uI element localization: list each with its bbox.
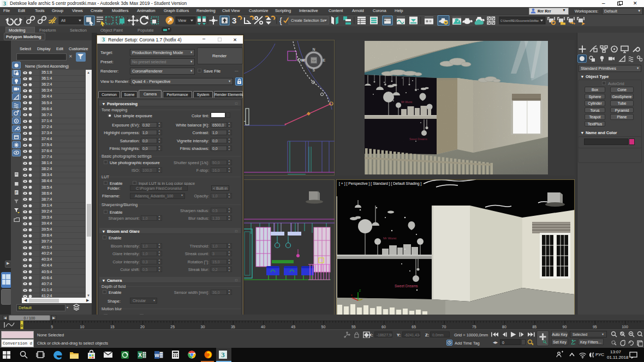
svg-text:S: S (313, 68, 315, 72)
svg-text:TOP: TOP (312, 60, 316, 62)
svg-text:60: 60 (381, 325, 386, 329)
svg-text:85: 85 (532, 325, 536, 329)
svg-text:70: 70 (442, 325, 446, 329)
svg-text:Mr Wurst: Mr Wurst (383, 237, 397, 240)
svg-text:100: 100 (622, 325, 628, 329)
svg-text:3: 3 (102, 37, 105, 43)
svg-text:E: E (323, 58, 326, 62)
svg-text:90: 90 (563, 325, 567, 329)
svg-text:F: F (15, 191, 17, 195)
svg-text:W: W (301, 58, 305, 63)
svg-text:45: 45 (291, 325, 295, 329)
svg-text:Create Selection Se: Create Selection Se (291, 19, 325, 22)
svg-text:X: X (138, 352, 142, 358)
svg-text:[ + ] [ Perspective ] [ Standa: [ + ] [ Perspective ] [ Standard ] [ Def… (339, 182, 421, 186)
svg-text:N: N (313, 47, 315, 51)
svg-text:50: 50 (321, 325, 326, 329)
svg-text:3: 3 (232, 16, 236, 25)
svg-text:95: 95 (593, 325, 597, 329)
svg-text:+: + (573, 22, 575, 26)
svg-text:C:\Users\REU\Documents\3dsMax: C:\Users\REU\Documents\3dsMax (500, 19, 539, 22)
svg-text:35: 35 (231, 325, 235, 329)
svg-text:Z: Z (359, 289, 361, 292)
svg-text:3: 3 (3, 1, 6, 7)
svg-text:3: 3 (221, 351, 225, 359)
svg-text:75: 75 (472, 325, 476, 329)
svg-text:55: 55 (351, 325, 356, 329)
svg-text:{: { (279, 16, 282, 25)
svg-text:View: View (178, 19, 187, 22)
svg-text:5: 5 (51, 325, 53, 329)
svg-text:20: 20 (140, 325, 145, 329)
svg-text:80: 80 (502, 325, 506, 329)
svg-text:30: 30 (201, 325, 205, 329)
svg-text:65: 65 (412, 325, 416, 329)
svg-text:25: 25 (170, 325, 175, 329)
svg-text:➤: ➤ (581, 21, 585, 26)
svg-text:Sweet Dreams: Sweet Dreams (395, 284, 418, 288)
svg-text:15: 15 (110, 325, 115, 329)
svg-text:W: W (154, 353, 159, 358)
svg-text:All: All (61, 19, 65, 22)
svg-text:10: 10 (80, 325, 85, 329)
svg-text:40: 40 (261, 325, 265, 329)
